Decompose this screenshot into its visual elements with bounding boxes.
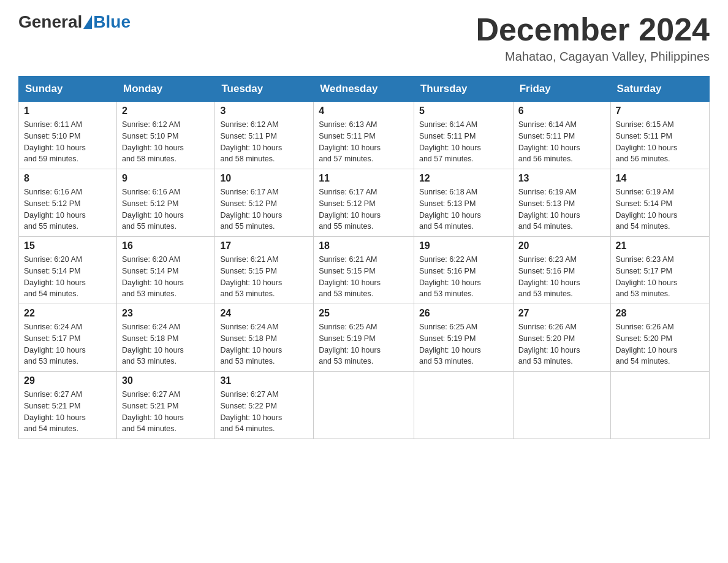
calendar-cell: 12Sunrise: 6:18 AMSunset: 5:13 PMDayligh… (414, 169, 513, 237)
day-info: Sunrise: 6:17 AMSunset: 5:12 PMDaylight:… (319, 186, 409, 232)
day-info: Sunrise: 6:21 AMSunset: 5:15 PMDaylight:… (220, 254, 308, 300)
day-info: Sunrise: 6:24 AMSunset: 5:18 PMDaylight:… (220, 321, 308, 367)
calendar-cell: 13Sunrise: 6:19 AMSunset: 5:13 PMDayligh… (513, 169, 610, 237)
day-info: Sunrise: 6:15 AMSunset: 5:11 PMDaylight:… (616, 119, 704, 165)
page-header: General Blue December 2024 Mahatao, Caga… (18, 12, 710, 64)
day-number: 22 (24, 308, 112, 319)
day-number: 20 (518, 240, 605, 251)
day-info: Sunrise: 6:20 AMSunset: 5:14 PMDaylight:… (122, 254, 210, 300)
month-title: December 2024 (476, 12, 710, 47)
calendar-cell: 20Sunrise: 6:23 AMSunset: 5:16 PMDayligh… (513, 237, 610, 304)
calendar-cell: 25Sunrise: 6:25 AMSunset: 5:19 PMDayligh… (314, 304, 414, 372)
day-number: 27 (518, 308, 605, 319)
calendar-cell: 23Sunrise: 6:24 AMSunset: 5:18 PMDayligh… (117, 304, 215, 372)
calendar-cell (414, 372, 513, 439)
day-number: 8 (24, 173, 112, 184)
calendar-table: SundayMondayTuesdayWednesdayThursdayFrid… (18, 76, 710, 439)
day-number: 7 (616, 105, 704, 117)
weekday-header-saturday: Saturday (610, 77, 709, 102)
calendar-cell: 4Sunrise: 6:13 AMSunset: 5:11 PMDaylight… (314, 102, 414, 169)
day-info: Sunrise: 6:27 AMSunset: 5:21 PMDaylight:… (24, 389, 112, 435)
week-row-4: 22Sunrise: 6:24 AMSunset: 5:17 PMDayligh… (19, 304, 710, 372)
calendar-cell: 24Sunrise: 6:24 AMSunset: 5:18 PMDayligh… (215, 304, 314, 372)
calendar-cell: 28Sunrise: 6:26 AMSunset: 5:20 PMDayligh… (610, 304, 709, 372)
day-number: 25 (319, 308, 409, 319)
day-number: 9 (122, 173, 210, 184)
day-info: Sunrise: 6:19 AMSunset: 5:14 PMDaylight:… (616, 186, 704, 232)
calendar-cell: 22Sunrise: 6:24 AMSunset: 5:17 PMDayligh… (19, 304, 117, 372)
calendar-cell: 29Sunrise: 6:27 AMSunset: 5:21 PMDayligh… (19, 372, 117, 439)
calendar-cell: 31Sunrise: 6:27 AMSunset: 5:22 PMDayligh… (215, 372, 314, 439)
calendar-cell: 19Sunrise: 6:22 AMSunset: 5:16 PMDayligh… (414, 237, 513, 304)
day-info: Sunrise: 6:12 AMSunset: 5:11 PMDaylight:… (220, 119, 308, 165)
weekday-header-tuesday: Tuesday (215, 77, 314, 102)
day-number: 6 (518, 105, 605, 117)
day-info: Sunrise: 6:26 AMSunset: 5:20 PMDaylight:… (518, 321, 605, 367)
day-number: 16 (122, 240, 210, 251)
calendar-cell (314, 372, 414, 439)
day-info: Sunrise: 6:24 AMSunset: 5:18 PMDaylight:… (122, 321, 210, 367)
logo-triangle-icon (83, 15, 92, 29)
day-number: 1 (24, 105, 112, 117)
day-number: 23 (122, 308, 210, 319)
calendar-cell (610, 372, 709, 439)
weekday-header-monday: Monday (117, 77, 215, 102)
calendar-cell: 2Sunrise: 6:12 AMSunset: 5:10 PMDaylight… (117, 102, 215, 169)
day-number: 17 (220, 240, 308, 251)
day-info: Sunrise: 6:16 AMSunset: 5:12 PMDaylight:… (122, 186, 210, 232)
calendar-cell: 27Sunrise: 6:26 AMSunset: 5:20 PMDayligh… (513, 304, 610, 372)
day-number: 5 (419, 105, 508, 117)
calendar-cell: 3Sunrise: 6:12 AMSunset: 5:11 PMDaylight… (215, 102, 314, 169)
calendar-cell: 1Sunrise: 6:11 AMSunset: 5:10 PMDaylight… (19, 102, 117, 169)
day-info: Sunrise: 6:25 AMSunset: 5:19 PMDaylight:… (419, 321, 508, 367)
calendar-cell: 8Sunrise: 6:16 AMSunset: 5:12 PMDaylight… (19, 169, 117, 237)
calendar-cell: 16Sunrise: 6:20 AMSunset: 5:14 PMDayligh… (117, 237, 215, 304)
calendar-header-row: SundayMondayTuesdayWednesdayThursdayFrid… (19, 77, 710, 102)
weekday-header-wednesday: Wednesday (314, 77, 414, 102)
day-info: Sunrise: 6:27 AMSunset: 5:21 PMDaylight:… (122, 389, 210, 435)
logo-general-text: General (18, 12, 82, 32)
day-number: 11 (319, 173, 409, 184)
day-number: 30 (122, 375, 210, 386)
calendar-cell: 10Sunrise: 6:17 AMSunset: 5:12 PMDayligh… (215, 169, 314, 237)
day-info: Sunrise: 6:18 AMSunset: 5:13 PMDaylight:… (419, 186, 508, 232)
calendar-cell: 15Sunrise: 6:20 AMSunset: 5:14 PMDayligh… (19, 237, 117, 304)
day-info: Sunrise: 6:11 AMSunset: 5:10 PMDaylight:… (24, 119, 112, 165)
calendar-cell: 7Sunrise: 6:15 AMSunset: 5:11 PMDaylight… (610, 102, 709, 169)
logo-blue-text: Blue (93, 12, 131, 32)
week-row-5: 29Sunrise: 6:27 AMSunset: 5:21 PMDayligh… (19, 372, 710, 439)
day-number: 19 (419, 240, 508, 251)
day-info: Sunrise: 6:19 AMSunset: 5:13 PMDaylight:… (518, 186, 605, 232)
day-number: 4 (319, 105, 409, 117)
title-section: December 2024 Mahatao, Cagayan Valley, P… (476, 12, 710, 64)
day-number: 12 (419, 173, 508, 184)
day-info: Sunrise: 6:23 AMSunset: 5:17 PMDaylight:… (616, 254, 704, 300)
day-number: 14 (616, 173, 704, 184)
day-number: 31 (220, 375, 308, 386)
day-info: Sunrise: 6:27 AMSunset: 5:22 PMDaylight:… (220, 389, 308, 435)
calendar-cell: 9Sunrise: 6:16 AMSunset: 5:12 PMDaylight… (117, 169, 215, 237)
logo: General Blue (18, 12, 131, 32)
day-number: 28 (616, 308, 704, 319)
weekday-header-sunday: Sunday (19, 77, 117, 102)
week-row-1: 1Sunrise: 6:11 AMSunset: 5:10 PMDaylight… (19, 102, 710, 169)
day-info: Sunrise: 6:21 AMSunset: 5:15 PMDaylight:… (319, 254, 409, 300)
day-number: 26 (419, 308, 508, 319)
day-info: Sunrise: 6:14 AMSunset: 5:11 PMDaylight:… (419, 119, 508, 165)
calendar-cell: 6Sunrise: 6:14 AMSunset: 5:11 PMDaylight… (513, 102, 610, 169)
calendar-cell: 14Sunrise: 6:19 AMSunset: 5:14 PMDayligh… (610, 169, 709, 237)
day-info: Sunrise: 6:20 AMSunset: 5:14 PMDaylight:… (24, 254, 112, 300)
day-info: Sunrise: 6:12 AMSunset: 5:10 PMDaylight:… (122, 119, 210, 165)
day-number: 3 (220, 105, 308, 117)
day-number: 29 (24, 375, 112, 386)
calendar-cell: 17Sunrise: 6:21 AMSunset: 5:15 PMDayligh… (215, 237, 314, 304)
day-number: 15 (24, 240, 112, 251)
calendar-cell (513, 372, 610, 439)
day-number: 24 (220, 308, 308, 319)
day-number: 18 (319, 240, 409, 251)
day-number: 13 (518, 173, 605, 184)
calendar-cell: 30Sunrise: 6:27 AMSunset: 5:21 PMDayligh… (117, 372, 215, 439)
day-info: Sunrise: 6:16 AMSunset: 5:12 PMDaylight:… (24, 186, 112, 232)
calendar-cell: 26Sunrise: 6:25 AMSunset: 5:19 PMDayligh… (414, 304, 513, 372)
day-info: Sunrise: 6:13 AMSunset: 5:11 PMDaylight:… (319, 119, 409, 165)
